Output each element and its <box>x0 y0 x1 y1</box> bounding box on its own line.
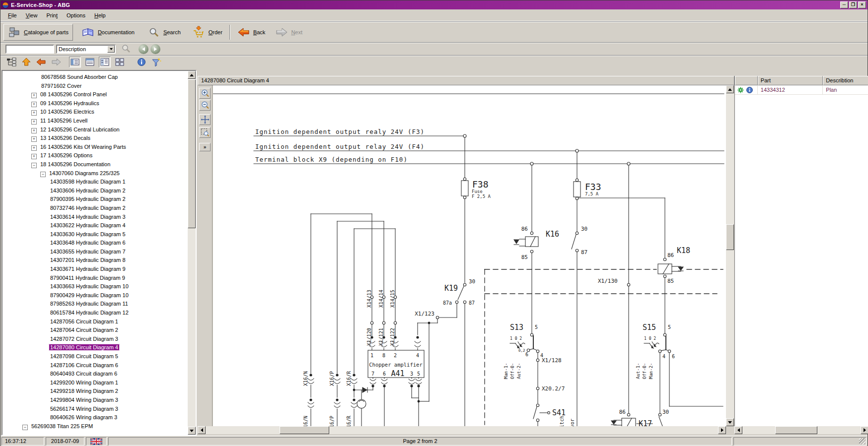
tree-vertical-scrollbar[interactable] <box>188 71 196 435</box>
tree-item[interactable]: −18 14305296 Documentation <box>2 160 188 169</box>
status-language-cell[interactable] <box>86 437 107 446</box>
tree-expander[interactable]: + <box>31 136 37 142</box>
tree-item[interactable]: −56269038 Titan 225 EPM <box>2 422 188 431</box>
tree-item[interactable]: +17 14305296 Options <box>2 151 188 160</box>
tree-scroll-thumb[interactable] <box>188 79 196 228</box>
go-up-button[interactable] <box>20 57 32 67</box>
header-icons-column[interactable] <box>735 76 758 85</box>
resize-grip[interactable] <box>859 438 866 445</box>
catalogue-of-parts-button[interactable]: Catalogue of parts <box>3 24 73 41</box>
filter-button[interactable] <box>150 57 162 67</box>
tree-item[interactable]: 14303598 Hydraulic Diagram 1 <box>2 178 188 187</box>
tree-item[interactable]: 14299218 Wiring Diagram 2 <box>2 387 188 396</box>
header-part-column[interactable]: Part <box>758 76 823 85</box>
view-split-toggle[interactable] <box>99 57 111 67</box>
documentation-button[interactable]: Documentation <box>77 24 139 41</box>
search-filter-combobox[interactable]: Description <box>56 45 116 54</box>
tree-item[interactable]: +08 14305296 Control Panel <box>2 90 188 99</box>
parts-table-row[interactable]: 14334312 Plan <box>735 85 868 95</box>
tree-item[interactable]: 80615784 Hydraulic Diagram 12 <box>2 309 188 318</box>
parts-horizontal-scrollbar[interactable] <box>734 426 868 434</box>
tree-item[interactable]: 14303622 Hydraulic Diagram 4 <box>2 221 188 230</box>
menu-file[interactable]: File <box>3 11 21 20</box>
zoom-in-button[interactable] <box>199 88 211 99</box>
view-tiles-toggle[interactable] <box>114 57 126 67</box>
pan-button[interactable] <box>199 114 211 125</box>
tree-item[interactable]: 14303614 Hydraulic Diagram 3 <box>2 213 188 222</box>
diagram-vscroll-thumb[interactable] <box>726 224 734 250</box>
part-number[interactable]: 14334312 <box>758 85 823 94</box>
tree-item[interactable]: 14303630 Hydraulic Diagram 5 <box>2 230 188 239</box>
tree-item[interactable]: 80640493 Circuit diagram 6 <box>2 370 188 379</box>
combo-dropdown-button[interactable] <box>107 46 115 53</box>
tree-expander[interactable]: + <box>31 110 37 116</box>
history-back-button[interactable] <box>139 44 148 54</box>
info-button[interactable] <box>136 57 147 67</box>
tree-item[interactable]: 14303655 Hydraulic Diagram 7 <box>2 248 188 256</box>
tree-expander[interactable]: + <box>31 102 37 107</box>
menu-options[interactable]: Options <box>62 11 90 20</box>
tree-item[interactable]: 80678568 Sound Absorber Cap <box>2 73 188 82</box>
tree-item[interactable]: 87900429 Hydraulic Diagram 10 <box>2 291 188 300</box>
parts-hscroll-thumb[interactable] <box>775 426 817 434</box>
tree-item[interactable]: 14287056 Circuit Diagram 1 <box>2 318 188 326</box>
header-description-column[interactable]: Describtion <box>823 76 868 85</box>
tree-item[interactable]: +16 14305296 Kits Of Wearing Parts <box>2 143 188 152</box>
diagram-vertical-scrollbar[interactable] <box>726 85 734 426</box>
tree-item[interactable]: 14299804 Wiring Diagram 3 <box>2 396 188 405</box>
tree-item[interactable]: 14287064 Circuit Diagram 2 <box>2 326 188 335</box>
tree-expander[interactable]: + <box>31 93 37 98</box>
tree-item[interactable]: 80640626 Wiring diagram 3 <box>2 413 188 422</box>
tree-item[interactable]: 14303671 Hydraulic Diagram 9 <box>2 265 188 274</box>
tree-item[interactable]: 14287072 Circuit Diagram 3 <box>2 335 188 344</box>
tree-item[interactable]: +13 14305296 Decals <box>2 134 188 143</box>
history-forward-button[interactable] <box>150 44 160 54</box>
maximize-button[interactable]: ❐ <box>849 1 857 8</box>
diagram-horizontal-scrollbar[interactable] <box>198 426 726 434</box>
tree-item[interactable]: 87900411 Hydraulic Diagram 9 <box>2 274 188 283</box>
tree-item[interactable]: 14299200 Wiring Diagram 1 <box>2 379 188 387</box>
tree-item[interactable]: 87985263 Hydraulic Diagram 11 <box>2 300 188 309</box>
tree-item[interactable]: 14303663 Hydraulic Diagram 10 <box>2 282 188 291</box>
tree-item[interactable]: +12 14305296 Central Lubrication <box>2 126 188 134</box>
tree-item[interactable]: 14287106 Circuit Diagram 6 <box>2 361 188 370</box>
title-bar[interactable]: E-Service-Shop - ABG ─ ❐ × <box>0 0 868 9</box>
close-button[interactable]: × <box>858 1 866 8</box>
info-icon[interactable] <box>746 87 753 93</box>
tree-item[interactable]: 87900395 Hydraulic Diagram 2 <box>2 195 188 204</box>
tree-structure-button[interactable] <box>5 57 17 67</box>
tree-expander[interactable]: − <box>31 163 37 168</box>
tree-item[interactable]: 14307201 Hydraulic Diagram 8 <box>2 256 188 265</box>
diagram-canvas[interactable]: Ignition dependent output realy 24V (F3)… <box>213 85 726 426</box>
search-input[interactable] <box>5 45 54 54</box>
tree-expander[interactable]: + <box>31 145 37 151</box>
tree-item[interactable]: 14287098 Circuit Diagram 5 <box>2 352 188 361</box>
tree-item[interactable]: 80732746 Hydraulic Diagram 2 <box>2 204 188 213</box>
tree-item[interactable]: 14287080 Circuit Diagram 4 <box>2 343 188 352</box>
tree-item[interactable]: 14303606 Hydraulic Diagram 2 <box>2 187 188 195</box>
tree-expander[interactable]: + <box>31 119 37 125</box>
tree-item[interactable]: 87971602 Cover <box>2 82 188 91</box>
menu-print[interactable]: Print <box>42 11 62 20</box>
zoom-out-button[interactable] <box>199 100 211 111</box>
tree-item[interactable]: +10 14305296 Electrics <box>2 108 188 117</box>
menu-help[interactable]: Help <box>90 11 110 20</box>
tree-item[interactable]: +11 14305296 Levell <box>2 117 188 126</box>
minimize-button[interactable]: ─ <box>840 1 848 8</box>
menu-view[interactable]: View <box>21 11 42 20</box>
search-button[interactable]: Search <box>144 24 185 41</box>
view-list-toggle[interactable] <box>69 57 81 67</box>
tree-item[interactable]: 14303648 Hydraulic Diagram 6 <box>2 239 188 248</box>
go-previous-button[interactable] <box>35 57 47 67</box>
zoom-rect-button[interactable] <box>199 127 211 138</box>
tree-expander[interactable]: + <box>31 128 37 133</box>
tree-expander[interactable]: − <box>40 172 46 177</box>
back-button[interactable]: Back <box>233 24 269 41</box>
gear-icon[interactable] <box>737 87 744 93</box>
tree-item[interactable]: −14307060 Diagrams 225/325 <box>2 169 188 178</box>
tree-expander[interactable]: + <box>31 154 37 159</box>
tree-item[interactable]: 56266174 Wiring Diagram 3 <box>2 405 188 414</box>
diagram-hscroll-thumb[interactable] <box>280 426 329 434</box>
run-search-icon[interactable] <box>121 44 132 55</box>
palette-expand-button[interactable]: » <box>199 143 211 151</box>
